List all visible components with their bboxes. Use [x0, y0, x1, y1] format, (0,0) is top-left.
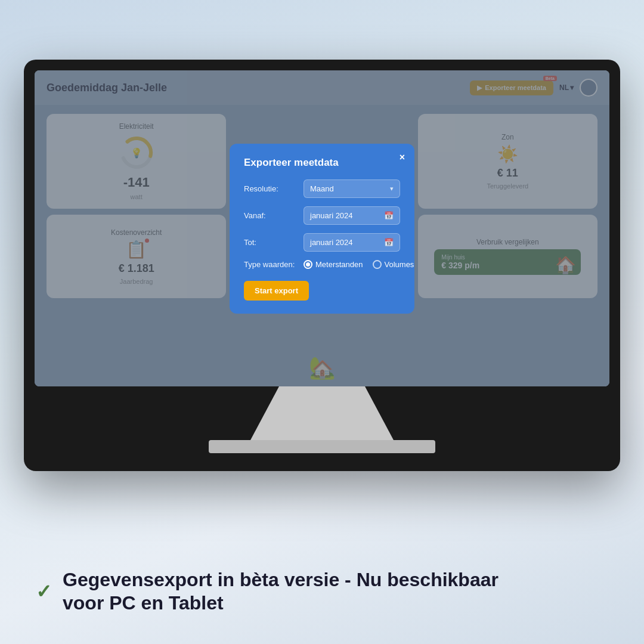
resolutie-label: Resolutie:: [244, 184, 298, 193]
caption-line1: Gegevensexport in bèta versie - Nu besch…: [63, 568, 499, 591]
bottom-caption: ✓ Gegevensexport in bèta versie - Nu bes…: [0, 568, 644, 614]
caption-line2: voor PC en Tablet: [63, 592, 499, 614]
volumes-radio[interactable]: [373, 260, 382, 269]
monitor-base: [209, 440, 435, 453]
type-waarden-label: Type waarden:: [244, 260, 298, 269]
resolutie-value: Maand: [310, 184, 334, 193]
volumes-label: Volumes: [385, 260, 414, 269]
monitor-outer: Goedemiddag Jan-Jelle ▶ Exporteer meetda…: [24, 60, 620, 471]
type-waarden-row: Type waarden: Meterstanden Volumes: [244, 260, 400, 269]
check-icon: ✓: [36, 580, 52, 603]
meterstanden-option[interactable]: Meterstanden: [304, 260, 363, 269]
modal-title: Exporteer meetdata: [244, 157, 400, 169]
tot-label: Tot:: [244, 238, 298, 247]
tot-row: Tot: januari 2024 📅: [244, 233, 400, 252]
resolutie-dropdown[interactable]: Maand ▾: [304, 179, 400, 198]
chevron-down-icon: ▾: [390, 185, 394, 193]
tot-value: januari 2024: [310, 238, 353, 247]
start-export-button[interactable]: Start export: [244, 281, 309, 301]
vanaf-label: Vanaf:: [244, 211, 298, 220]
vanaf-row: Vanaf: januari 2024 📅: [244, 206, 400, 225]
calendar-icon: 📅: [384, 211, 394, 220]
meterstanden-label: Meterstanden: [315, 260, 363, 269]
volumes-option[interactable]: Volumes: [373, 260, 414, 269]
vanaf-value: januari 2024: [310, 211, 353, 220]
resolutie-row: Resolutie: Maand ▾: [244, 179, 400, 198]
modal-overlay: Exporteer meetdata × Resolutie: Maand ▾ …: [35, 70, 609, 386]
export-modal: Exporteer meetdata × Resolutie: Maand ▾ …: [230, 144, 414, 314]
vanaf-input[interactable]: januari 2024 📅: [304, 206, 400, 225]
tot-input[interactable]: januari 2024 📅: [304, 233, 400, 252]
caption-text-block: Gegevensexport in bèta versie - Nu besch…: [63, 568, 499, 614]
monitor-stand: [250, 386, 394, 440]
modal-close-button[interactable]: ×: [400, 152, 405, 163]
monitor-screen: Goedemiddag Jan-Jelle ▶ Exporteer meetda…: [35, 70, 609, 386]
calendar-icon: 📅: [384, 238, 394, 247]
radio-group: Meterstanden Volumes: [304, 260, 414, 269]
app-ui: Goedemiddag Jan-Jelle ▶ Exporteer meetda…: [35, 70, 609, 386]
meterstanden-radio[interactable]: [304, 260, 312, 269]
